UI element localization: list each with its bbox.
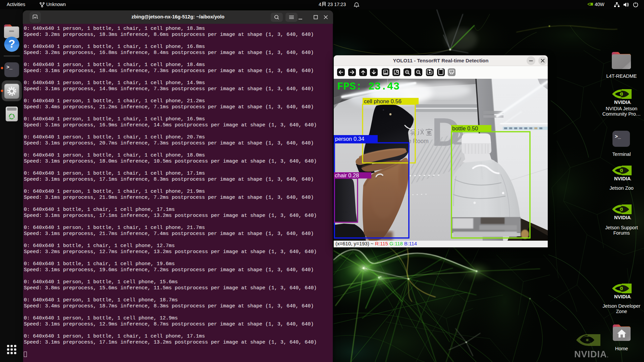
svg-text:L4T-README: L4T-README [606, 73, 637, 79]
svg-text:FPS: 23.43: FPS: 23.43 [337, 81, 399, 93]
svg-text:>_: >_ [615, 134, 621, 140]
svg-text:Forums: Forums [613, 230, 630, 236]
svg-text:cell phone 0.56: cell phone 0.56 [364, 98, 401, 104]
svg-text:Home: Home [615, 346, 628, 351]
svg-text:?: ? [8, 38, 15, 50]
svg-text:Community Pro…: Community Pro… [602, 111, 641, 117]
svg-text:Jetson Support: Jetson Support [605, 225, 638, 230]
svg-text:Zone: Zone [616, 309, 627, 314]
svg-text:Jetson Developer: Jetson Developer [603, 303, 641, 309]
svg-text:>_: >_ [6, 65, 13, 70]
svg-text:person 0.34: person 0.34 [335, 136, 364, 142]
svg-text:Jetson Zoo: Jetson Zoo [609, 185, 634, 191]
svg-text:chair 0.28: chair 0.28 [335, 172, 359, 178]
svg-text:Terminal: Terminal [612, 152, 631, 157]
svg-text:NVIDIA Jetson: NVIDIA Jetson [606, 106, 637, 111]
svg-text:bottle 0.50: bottle 0.50 [452, 125, 478, 131]
